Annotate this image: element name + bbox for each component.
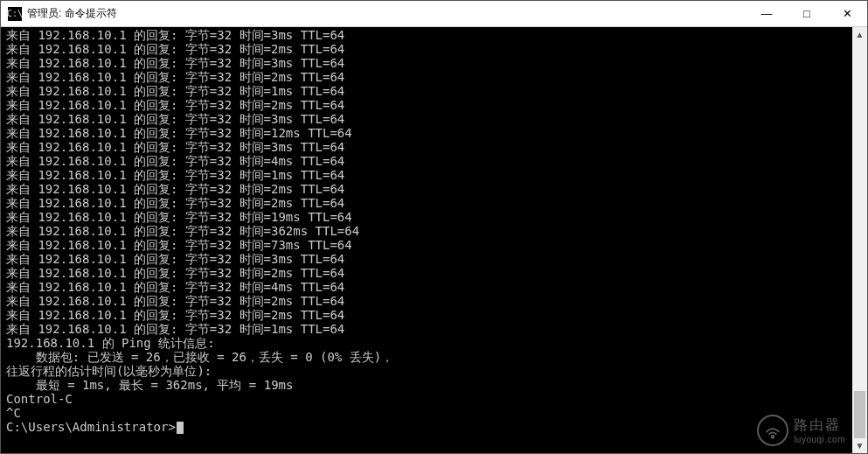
terminal-line: 192.168.10.1 的 Ping 统计信息: [6,336,852,350]
terminal-line: 来自 192.168.10.1 的回复: 字节=32 时间=4ms TTL=64 [6,280,852,294]
client-area: 来自 192.168.10.1 的回复: 字节=32 时间=3ms TTL=64… [1,27,867,453]
terminal-line: Control-C [6,392,852,406]
terminal-line: 来自 192.168.10.1 的回复: 字节=32 时间=1ms TTL=64 [6,322,852,336]
terminal-line: 来自 192.168.10.1 的回复: 字节=32 时间=2ms TTL=64 [6,70,852,84]
terminal-line: 数据包: 已发送 = 26，已接收 = 26，丢失 = 0 (0% 丢失)， [6,350,852,364]
scroll-track[interactable] [852,42,867,438]
terminal-line: ^C [6,406,852,420]
terminal-line: 来自 192.168.10.1 的回复: 字节=32 时间=4ms TTL=64 [6,154,852,168]
window-title: 管理员: 命令提示符 [27,6,746,21]
terminal-line: 来自 192.168.10.1 的回复: 字节=32 时间=2ms TTL=64 [6,308,852,322]
window-buttons: — □ ✕ [746,1,867,26]
scroll-down-button[interactable]: ▼ [852,438,867,453]
terminal-line: 来自 192.168.10.1 的回复: 字节=32 时间=362ms TTL=… [6,224,852,238]
terminal-line: 来自 192.168.10.1 的回复: 字节=32 时间=3ms TTL=64 [6,140,852,154]
terminal-output[interactable]: 来自 192.168.10.1 的回复: 字节=32 时间=3ms TTL=64… [1,27,852,453]
terminal-line: 最短 = 1ms, 最长 = 362ms, 平均 = 19ms [6,378,852,392]
terminal-line: 来自 192.168.10.1 的回复: 字节=32 时间=3ms TTL=64 [6,56,852,70]
terminal-line: 来自 192.168.10.1 的回复: 字节=32 时间=2ms TTL=64 [6,294,852,308]
terminal-line: 来自 192.168.10.1 的回复: 字节=32 时间=2ms TTL=64 [6,42,852,56]
cursor [177,422,184,434]
terminal-line: 来自 192.168.10.1 的回复: 字节=32 时间=73ms TTL=6… [6,238,852,252]
prompt-line[interactable]: C:\Users\Administrator> [6,420,852,434]
terminal-line: 来自 192.168.10.1 的回复: 字节=32 时间=1ms TTL=64 [6,84,852,98]
terminal-line: 来自 192.168.10.1 的回复: 字节=32 时间=2ms TTL=64 [6,182,852,196]
terminal-line: 来自 192.168.10.1 的回复: 字节=32 时间=1ms TTL=64 [6,168,852,182]
terminal-line: 来自 192.168.10.1 的回复: 字节=32 时间=19ms TTL=6… [6,210,852,224]
scroll-up-button[interactable]: ▲ [852,27,867,42]
terminal-line: 来自 192.168.10.1 的回复: 字节=32 时间=12ms TTL=6… [6,126,852,140]
console-window: C:\ 管理员: 命令提示符 — □ ✕ 来自 192.168.10.1 的回复… [0,0,868,454]
terminal-line: 来自 192.168.10.1 的回复: 字节=32 时间=2ms TTL=64 [6,196,852,210]
scroll-thumb[interactable] [854,391,865,438]
close-button[interactable]: ✕ [827,1,867,26]
terminal-line: 来自 192.168.10.1 的回复: 字节=32 时间=3ms TTL=64 [6,252,852,266]
terminal-line: 来自 192.168.10.1 的回复: 字节=32 时间=2ms TTL=64 [6,266,852,280]
terminal-line: 来自 192.168.10.1 的回复: 字节=32 时间=3ms TTL=64 [6,112,852,126]
terminal-line: 来自 192.168.10.1 的回复: 字节=32 时间=2ms TTL=64 [6,98,852,112]
terminal-line: 来自 192.168.10.1 的回复: 字节=32 时间=3ms TTL=64 [6,28,852,42]
cmd-icon: C:\ [8,7,22,21]
terminal-line: 往返行程的估计时间(以毫秒为单位): [6,364,852,378]
vertical-scrollbar[interactable]: ▲ ▼ [852,27,867,453]
minimize-button[interactable]: — [746,1,787,26]
maximize-button[interactable]: □ [787,1,827,26]
titlebar[interactable]: C:\ 管理员: 命令提示符 — □ ✕ [1,1,867,27]
